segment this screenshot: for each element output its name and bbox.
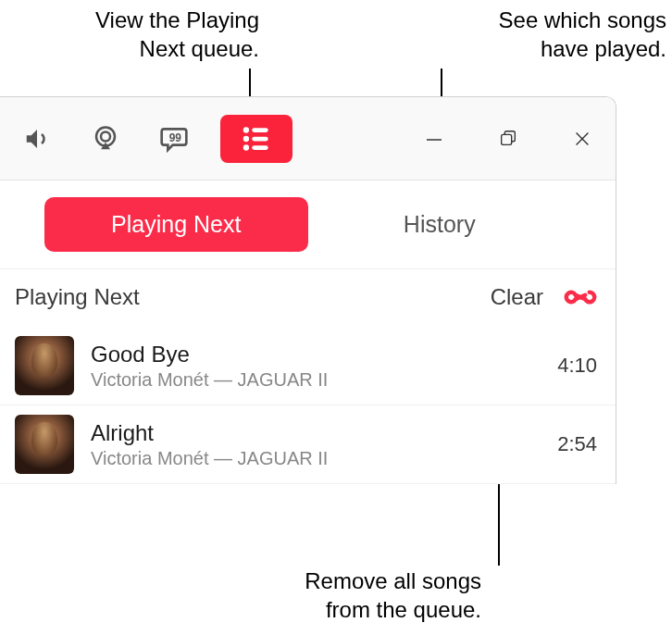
track-title: Alright (91, 420, 546, 446)
section-title: Playing Next (15, 284, 491, 310)
autoplay-infinity-icon[interactable] (564, 280, 597, 314)
airplay-icon[interactable] (83, 120, 128, 157)
svg-marker-0 (27, 130, 37, 148)
callout-queue: View the PlayingNext queue. (74, 6, 259, 63)
svg-point-9 (243, 144, 249, 150)
volume-icon[interactable] (15, 120, 59, 157)
track-duration: 2:54 (557, 432, 597, 456)
clear-button[interactable]: Clear (491, 284, 543, 310)
track-info: Good Bye Victoria Monét — JAGUAR II (91, 342, 546, 391)
tab-playing-next[interactable]: Playing Next (44, 197, 308, 252)
titlebar: 99 (0, 97, 616, 181)
svg-point-2 (101, 131, 110, 141)
svg-point-5 (243, 127, 249, 132)
playback-controls: 99 (15, 115, 292, 163)
queue-tabs: Playing Next History (0, 181, 616, 268)
track-row[interactable]: Good Bye Victoria Monét — JAGUAR II 4:10 (0, 327, 616, 405)
album-art (15, 336, 74, 395)
tab-history[interactable]: History (308, 197, 572, 252)
queue-section-header: Playing Next Clear (0, 268, 616, 321)
album-art (15, 415, 74, 474)
callout-history: See which songshave played. (463, 6, 666, 63)
svg-rect-10 (252, 145, 268, 150)
window-controls (416, 97, 601, 180)
track-title: Good Bye (91, 342, 546, 367)
svg-rect-12 (502, 134, 512, 144)
maximize-icon[interactable] (490, 120, 527, 157)
lyrics-icon[interactable]: 99 (152, 120, 196, 157)
track-row[interactable]: Alright Victoria Monét — JAGUAR II 2:54 (0, 405, 616, 484)
minimize-icon[interactable] (416, 120, 453, 157)
music-queue-window: 99 (0, 96, 616, 484)
callout-clear: Remove all songsfrom the queue. (268, 567, 481, 624)
svg-text:99: 99 (169, 131, 182, 143)
track-list: Good Bye Victoria Monét — JAGUAR II 4:10… (0, 321, 616, 484)
track-duration: 4:10 (557, 354, 597, 378)
queue-icon[interactable] (220, 115, 292, 163)
svg-rect-6 (252, 128, 268, 132)
close-icon[interactable] (564, 120, 601, 157)
svg-point-7 (243, 135, 249, 141)
track-artist: Victoria Monét — JAGUAR II (91, 369, 546, 391)
track-info: Alright Victoria Monét — JAGUAR II (91, 420, 546, 469)
svg-rect-8 (252, 136, 268, 141)
track-artist: Victoria Monét — JAGUAR II (91, 448, 546, 469)
